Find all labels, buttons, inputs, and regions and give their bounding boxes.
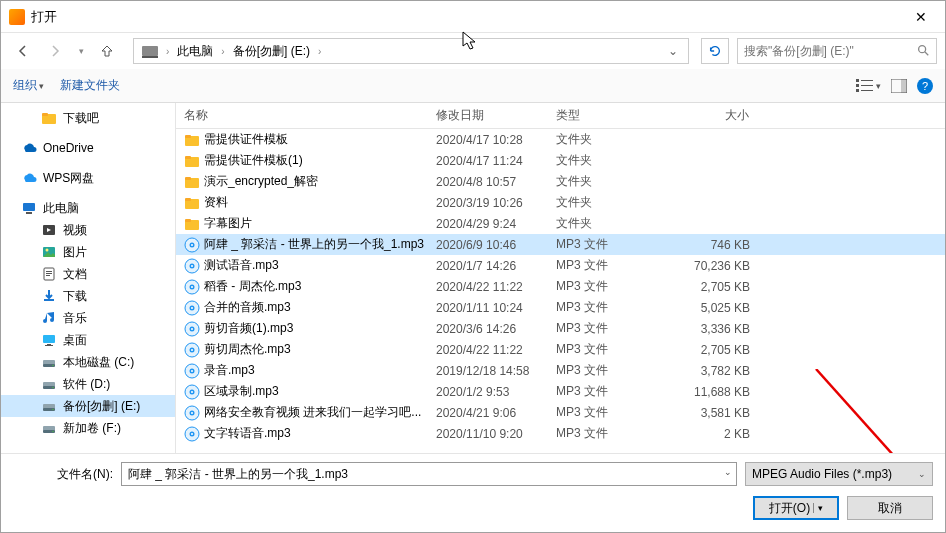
sidebar-item[interactable]: 图片 [1,241,175,263]
svg-rect-4 [861,85,873,86]
file-size: 70,236 KB [658,259,758,273]
bc-item-1[interactable]: 备份[勿删] (E:) [229,43,314,60]
navbar: ▾ › 此电脑 › 备份[勿删] (E:) › ⌄ [1,33,945,69]
file-row[interactable]: 网络安全教育视频 进来我们一起学习吧...2020/4/21 9:06MP3 文… [176,402,945,423]
sidebar-label: 视频 [63,222,87,239]
chevron-down-icon[interactable]: ⌄ [724,467,732,477]
breadcrumb-dropdown[interactable]: ⌄ [662,44,684,58]
svg-rect-3 [856,84,859,87]
open-button[interactable]: 打开(O) ▾ [753,496,839,520]
sidebar-item[interactable]: 新加卷 (F:) [1,417,175,439]
file-name: 资料 [204,194,228,211]
sidebar-label: 文档 [63,266,87,283]
sidebar-item[interactable]: 音乐 [1,307,175,329]
file-date: 2020/1/7 14:26 [428,259,548,273]
preview-pane-button[interactable] [891,79,907,93]
file-date: 2020/1/11 10:24 [428,301,548,315]
svg-point-16 [46,249,49,252]
sidebar-label: 下载 [63,288,87,305]
file-name: 稻香 - 周杰伦.mp3 [204,278,301,295]
sidebar-item[interactable]: 本地磁盘 (C:) [1,351,175,373]
file-row[interactable]: 演示_encrypted_解密2020/4/8 10:57文件夹 [176,171,945,192]
file-list[interactable]: 需提供证件模板2020/4/17 10:28文件夹需提供证件模板(1)2020/… [176,129,945,453]
main-area: 下载吧OneDriveWPS网盘此电脑视频图片文档下载音乐桌面本地磁盘 (C:)… [1,103,945,453]
svg-rect-21 [43,335,55,343]
col-size[interactable]: 大小 [658,107,758,124]
file-name: 剪切音频(1).mp3 [204,320,293,337]
file-type: 文件夹 [548,152,658,169]
file-row[interactable]: 录音.mp32019/12/18 14:58MP3 文件3,782 KB [176,360,945,381]
col-type[interactable]: 类型 [548,107,658,124]
sidebar[interactable]: 下载吧OneDriveWPS网盘此电脑视频图片文档下载音乐桌面本地磁盘 (C:)… [1,103,176,453]
file-row[interactable]: 测试语音.mp32020/1/7 14:26MP3 文件70,236 KB [176,255,945,276]
cancel-button[interactable]: 取消 [847,496,933,520]
breadcrumb[interactable]: › 此电脑 › 备份[勿删] (E:) › ⌄ [133,38,689,64]
bc-chevron[interactable]: › [164,46,171,57]
bc-item-0[interactable]: 此电脑 [173,43,217,60]
bc-chevron[interactable]: › [219,46,226,57]
file-row[interactable]: 需提供证件模板(1)2020/4/17 11:24文件夹 [176,150,945,171]
sidebar-item[interactable]: 桌面 [1,329,175,351]
sidebar-item[interactable]: WPS网盘 [1,167,175,189]
up-button[interactable] [93,38,121,64]
file-row[interactable]: 阿肆 _ 郭采洁 - 世界上的另一个我_1.mp32020/6/9 10:46M… [176,234,945,255]
search-input[interactable] [744,44,916,58]
svg-point-56 [191,286,193,288]
file-type: MP3 文件 [548,425,658,442]
filename-combo[interactable]: ⌄ [121,462,737,486]
file-row[interactable]: 合并的音频.mp32020/1/11 10:24MP3 文件5,025 KB [176,297,945,318]
forward-button[interactable] [41,38,69,64]
sidebar-item[interactable]: 下载 [1,285,175,307]
col-name[interactable]: 名称 [176,107,428,124]
file-row[interactable]: 区域录制.mp32020/1/2 9:53MP3 文件11,688 KB [176,381,945,402]
file-name: 录音.mp3 [204,362,255,379]
svg-rect-6 [861,90,873,91]
bc-chevron[interactable]: › [316,46,323,57]
file-name: 测试语音.mp3 [204,257,279,274]
recent-dropdown[interactable]: ▾ [73,38,89,64]
svg-point-53 [191,265,193,267]
filetype-select[interactable]: MPEG Audio Files (*.mp3) ⌄ [745,462,933,486]
sidebar-item[interactable]: OneDrive [1,137,175,159]
sidebar-item[interactable]: 下载吧 [1,107,175,129]
sidebar-item[interactable]: 此电脑 [1,197,175,219]
file-date: 2020/4/22 11:22 [428,343,548,357]
file-type: 文件夹 [548,194,658,211]
new-folder-button[interactable]: 新建文件夹 [60,77,120,94]
file-row[interactable]: 剪切音频(1).mp32020/3/6 14:26MP3 文件3,336 KB [176,318,945,339]
sidebar-item[interactable]: 备份[勿删] (E:) [1,395,175,417]
svg-rect-18 [46,271,52,272]
file-row[interactable]: 需提供证件模板2020/4/17 10:28文件夹 [176,129,945,150]
organize-menu[interactable]: 组织 ▾ [13,77,44,94]
file-row[interactable]: 文字转语音.mp32020/11/10 9:20MP3 文件2 KB [176,423,945,444]
file-date: 2020/4/29 9:24 [428,217,548,231]
file-type: MP3 文件 [548,383,658,400]
svg-rect-2 [861,80,873,81]
file-type: MP3 文件 [548,257,658,274]
sidebar-item[interactable]: 视频 [1,219,175,241]
sidebar-item[interactable]: 文档 [1,263,175,285]
view-mode-button[interactable]: ▾ [856,79,881,93]
file-row[interactable]: 剪切周杰伦.mp32020/4/22 11:22MP3 文件2,705 KB [176,339,945,360]
svg-point-77 [191,433,193,435]
filename-label: 文件名(N): [13,466,113,483]
sidebar-label: WPS网盘 [43,170,94,187]
sidebar-label: 下载吧 [63,110,99,127]
filename-input[interactable] [128,463,730,485]
file-date: 2020/3/19 10:26 [428,196,548,210]
search-box[interactable] [737,38,937,64]
help-button[interactable]: ? [917,78,933,94]
file-type: 文件夹 [548,173,658,190]
col-date[interactable]: 修改日期 [428,107,548,124]
close-button[interactable]: ✕ [905,5,937,29]
split-chevron-icon[interactable]: ▾ [813,503,823,513]
file-size: 2,705 KB [658,343,758,357]
file-row[interactable]: 字幕图片2020/4/29 9:24文件夹 [176,213,945,234]
svg-rect-10 [42,113,48,116]
refresh-button[interactable] [701,38,729,64]
file-row[interactable]: 稻香 - 周杰伦.mp32020/4/22 11:22MP3 文件2,705 K… [176,276,945,297]
file-date: 2020/4/17 11:24 [428,154,548,168]
back-button[interactable] [9,38,37,64]
file-row[interactable]: 资料2020/3/19 10:26文件夹 [176,192,945,213]
sidebar-item[interactable]: 软件 (D:) [1,373,175,395]
